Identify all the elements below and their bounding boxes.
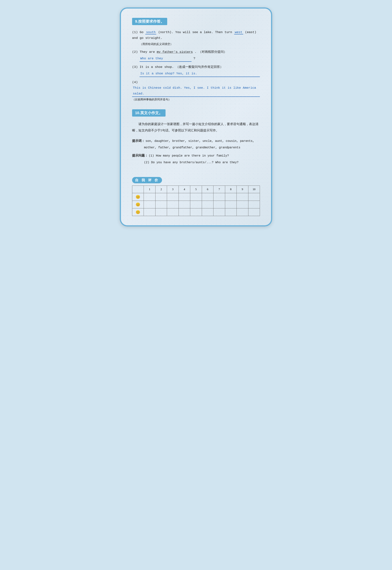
self-eval-title-row: 自 我 评 价 xyxy=(132,177,260,183)
eval-header-row: 1 2 3 4 5 6 7 8 9 10 xyxy=(132,186,260,193)
hint-words-section: 提示词： son, daughter, brother, sister, unc… xyxy=(132,137,260,151)
eval-row-3: 😊 xyxy=(132,208,260,216)
exercise-list: (1) Go south (north). You will see a lak… xyxy=(132,29,260,103)
exercise-item-1: (1) Go south (north). You will see a lak… xyxy=(132,29,260,47)
eval-smiley-1: 😊 xyxy=(132,193,144,201)
eval-smiley-3: 😊 xyxy=(132,208,144,216)
hint-words-line1: son, daughter, brother, sister, uncle, a… xyxy=(145,139,254,143)
eval-cell-3-1[interactable] xyxy=(144,208,155,216)
eval-table: 1 2 3 4 5 6 7 8 9 10 😊 xyxy=(132,186,260,216)
eval-col-7: 7 xyxy=(213,186,225,193)
eval-cell-1-5[interactable] xyxy=(190,193,202,201)
item-1-fill1: south xyxy=(145,30,156,34)
section-10-title: 10.英文小作文。 xyxy=(132,109,166,117)
eval-cell-2-7[interactable] xyxy=(213,201,225,208)
eval-col-10: 10 xyxy=(248,186,260,193)
section-9: 9.按照要求作答。 (1) Go south (north). You will… xyxy=(132,18,260,103)
item-2-answer-block: Who are they ? xyxy=(140,56,260,62)
eval-cell-2-4[interactable] xyxy=(179,201,190,208)
hint-words-label: 提示词： xyxy=(132,139,145,143)
eval-col-empty xyxy=(132,186,144,193)
essay-instruction: 请为你的家庭设计一张家谱图，并写一篇小短文介绍你的家人，要求语句通顺，表达清晰，… xyxy=(132,121,260,134)
item-1-fill2: west xyxy=(234,30,243,34)
item-4-note: （比较两种事物的异同并造句） xyxy=(132,98,171,101)
eval-col-5: 5 xyxy=(190,186,202,193)
eval-cell-1-7[interactable] xyxy=(213,193,225,201)
eval-col-3: 3 xyxy=(167,186,179,193)
eval-col-6: 6 xyxy=(202,186,213,193)
eval-cell-3-5[interactable] xyxy=(190,208,202,216)
eval-cell-3-10[interactable] xyxy=(248,208,260,216)
eval-cell-1-2[interactable] xyxy=(155,193,167,201)
eval-cell-3-6[interactable] xyxy=(202,208,213,216)
item-2-answer-suffix: ? xyxy=(193,57,195,60)
item-2-underline: my father's sisters xyxy=(157,50,193,54)
eval-cell-1-10[interactable] xyxy=(248,193,260,201)
eval-cell-1-9[interactable] xyxy=(237,193,248,201)
eval-cell-2-6[interactable] xyxy=(202,201,213,208)
eval-cell-3-4[interactable] xyxy=(179,208,190,216)
item-2-note: . （对画线部分提问） xyxy=(195,50,227,54)
eval-cell-3-8[interactable] xyxy=(225,208,237,216)
section-9-title: 9.按照要求作答。 xyxy=(132,18,167,25)
eval-cell-1-3[interactable] xyxy=(167,193,179,201)
eval-cell-2-2[interactable] xyxy=(155,201,167,208)
item-3-answer-block: Is it a shoe shop? Yes, it is. xyxy=(140,71,260,77)
item-4-number: (4) xyxy=(132,81,138,84)
eval-col-2: 2 xyxy=(155,186,167,193)
eval-cell-2-5[interactable] xyxy=(190,201,202,208)
eval-cell-3-9[interactable] xyxy=(237,208,248,216)
eval-cell-1-1[interactable] xyxy=(144,193,155,201)
item-2-answer: Who are they xyxy=(140,56,192,62)
eval-cell-1-4[interactable] xyxy=(179,193,190,201)
section-10: 10.英文小作文。 请为你的家庭设计一张家谱图，并写一篇小短文介绍你的家人，要求… xyxy=(132,109,260,166)
eval-cell-2-9[interactable] xyxy=(237,201,248,208)
self-evaluation: 自 我 评 价 1 2 3 4 5 6 7 8 9 10 xyxy=(132,177,260,216)
page-container: 9.按照要求作答。 (1) Go south (north). You will… xyxy=(120,7,272,226)
eval-row-1: 😊 xyxy=(132,193,260,201)
eval-cell-1-8[interactable] xyxy=(225,193,237,201)
eval-cell-3-2[interactable] xyxy=(155,208,167,216)
eval-col-4: 4 xyxy=(179,186,190,193)
eval-smiley-2: 😊 xyxy=(132,201,144,208)
item-4-answer: This is Chinese cold dish. Yes, I see. I… xyxy=(132,85,260,97)
eval-row-2: 😊 xyxy=(132,201,260,208)
hint-q1: (1) How many people are there in your fa… xyxy=(149,154,229,158)
hint-q-label: 提示问题： xyxy=(132,154,148,157)
item-1-text-middle1: (north). You will see a lake. Then turn xyxy=(158,30,234,34)
hint-questions-section: 提示问题： (1) How many people are there in y… xyxy=(132,152,260,166)
eval-cell-2-1[interactable] xyxy=(144,201,155,208)
eval-cell-1-6[interactable] xyxy=(202,193,213,201)
exercise-item-3: (3) It is a shoe shop. （改成一般疑问句并作肯定回答） I… xyxy=(132,64,260,77)
eval-cell-2-3[interactable] xyxy=(167,201,179,208)
eval-cell-3-7[interactable] xyxy=(213,208,225,216)
exercise-item-4: (4) This is Chinese cold dish. Yes, I se… xyxy=(132,80,260,103)
item-3-answer: Is it a shoe shop? Yes, it is. xyxy=(140,71,260,77)
hint-words-line2: mother, father, grandfather, grandmother… xyxy=(144,145,260,151)
hint-q2: (2) Do you have any brothers/aunts/...? … xyxy=(144,159,260,166)
self-eval-badge: 自 我 评 价 xyxy=(132,177,162,183)
eval-cell-2-10[interactable] xyxy=(248,201,260,208)
item-3-text: (3) It is a shoe shop. （改成一般疑问句并作肯定回答） xyxy=(132,65,223,69)
item-2-text-before: (2) They are xyxy=(132,50,157,54)
item-1-number: (1) Go xyxy=(132,30,145,34)
eval-cell-2-8[interactable] xyxy=(225,201,237,208)
eval-col-1: 1 xyxy=(144,186,155,193)
exercise-item-2: (2) They are my father's sisters . （对画线部… xyxy=(132,49,260,62)
item-1-note: （用所给词的反义词填空） xyxy=(140,42,260,47)
eval-col-9: 9 xyxy=(237,186,248,193)
eval-cell-3-3[interactable] xyxy=(167,208,179,216)
eval-col-8: 8 xyxy=(225,186,237,193)
